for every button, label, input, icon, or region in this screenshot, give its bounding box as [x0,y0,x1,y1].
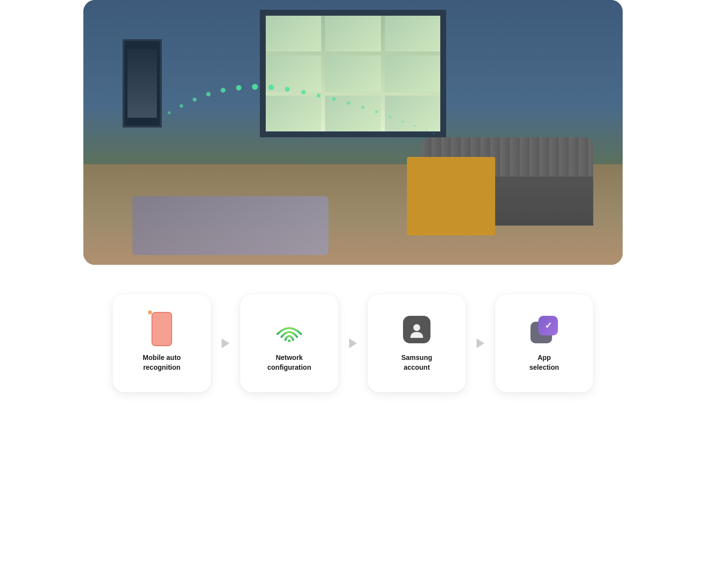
svg-point-6 [252,84,258,90]
arrow-3 [466,338,495,348]
app-icon-wrapper: ✓ [530,316,558,343]
svg-point-11 [332,98,336,101]
label-line2: account [403,363,430,371]
page-wrapper: Mobile auto recognition [0,0,706,588]
svg-point-10 [317,94,321,98]
phone-icon [150,312,174,347]
svg-point-17 [414,125,416,127]
step-card-samsung-account: Samsung account [368,294,466,392]
cardboard-box [407,157,495,235]
phone-body [151,312,172,346]
network-configuration-label: Network configuration [267,353,311,372]
samsung-account-icon [401,314,432,345]
label-line1: App [537,354,551,361]
svg-point-14 [375,110,378,113]
svg-point-3 [206,92,211,97]
window-pane [325,16,380,51]
svg-point-21 [413,324,420,331]
samsung-account-label: Samsung account [401,353,432,372]
dots-path [159,69,444,142]
wifi-icon [275,317,304,342]
room-scene [83,0,623,265]
svg-point-4 [221,88,226,93]
label-line2: selection [530,363,559,371]
app-check-icon: ✓ [545,320,552,331]
svg-point-19 [433,133,435,134]
svg-point-18 [426,129,428,131]
label-line2: configuration [267,363,311,371]
svg-point-0 [168,111,171,114]
svg-point-8 [285,87,290,92]
room-rug [132,196,328,255]
step-card-app-selection: ✓ App selection [495,294,593,392]
app-icon-front: ✓ [538,316,558,335]
mobile-auto-recognition-label: Mobile auto recognition [143,353,181,372]
tv-screen [127,49,157,118]
app-selection-icon: ✓ [529,314,560,345]
label-line1: Samsung [401,354,432,361]
svg-point-1 [180,104,183,108]
svg-point-13 [361,106,364,109]
svg-point-15 [389,116,391,118]
network-configuration-icon [274,314,305,345]
wall-tv [123,39,162,128]
arrow-2 [338,338,368,348]
mobile-auto-recognition-icon [146,314,177,345]
arrow-icon [222,338,229,348]
svg-point-12 [347,102,351,105]
arrow-icon [477,338,484,348]
label-line1: Network [276,354,303,361]
step-card-network-configuration: Network configuration [240,294,338,392]
svg-point-9 [302,90,306,95]
hero-image [83,0,623,265]
steps-section: Mobile auto recognition [83,284,623,402]
svg-point-16 [402,121,404,123]
svg-point-5 [236,85,242,91]
arrow-1 [211,338,240,348]
account-icon-bg [403,316,430,343]
arrow-icon [349,338,357,348]
window-pane [266,16,321,51]
window-pane [385,16,440,51]
label-line2: recognition [143,363,180,371]
svg-point-2 [193,98,197,102]
svg-point-7 [269,85,274,90]
label-line1: Mobile auto [143,354,181,361]
app-selection-label: App selection [530,353,559,372]
svg-point-20 [288,339,291,342]
step-card-mobile-auto-recognition: Mobile auto recognition [113,294,211,392]
